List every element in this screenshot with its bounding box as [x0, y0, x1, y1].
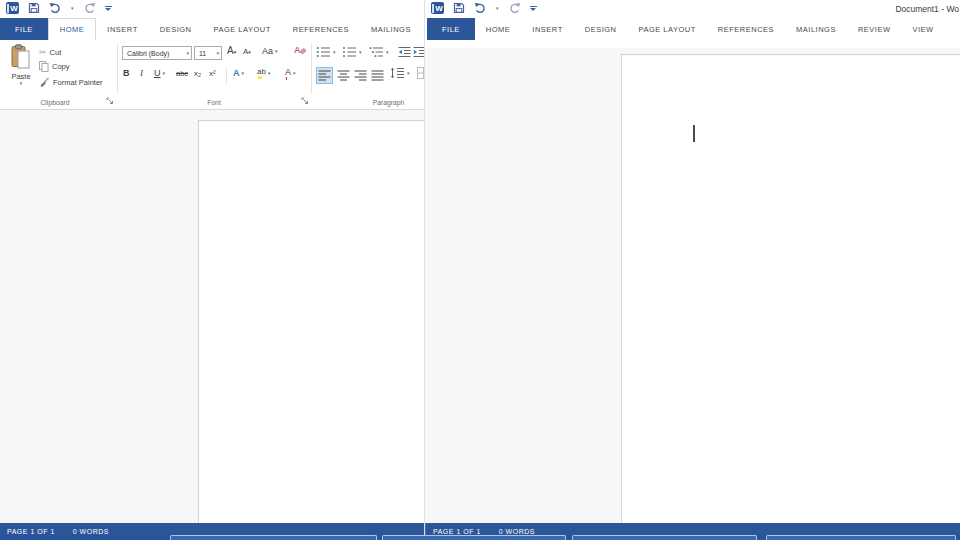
decrease-indent-icon — [398, 46, 411, 58]
ribbon-tabs: FILE HOME INSERT DESIGN PAGE LAYOUT REFE… — [427, 18, 960, 40]
font-group-label: Font — [117, 99, 311, 106]
bold-button[interactable]: B — [123, 68, 130, 78]
line-spacing-button[interactable]: ▾ — [390, 67, 410, 79]
tab-review[interactable]: REVIEW — [847, 18, 902, 40]
tab-file[interactable]: FILE — [0, 18, 48, 40]
tab-mailings[interactable]: MAILINGS — [360, 18, 422, 40]
font-dialog-launcher-icon[interactable] — [301, 97, 309, 105]
line-spacing-icon — [390, 67, 405, 79]
tab-home[interactable]: HOME — [48, 18, 97, 40]
windows-taskbar — [0, 535, 960, 540]
tab-references[interactable]: REFERENCES — [282, 18, 360, 40]
undo-icon[interactable] — [49, 2, 62, 14]
undo-dropdown-icon[interactable]: ▾ — [496, 6, 499, 11]
numbering-button[interactable]: ▾ — [342, 46, 362, 58]
undo-icon[interactable] — [474, 2, 487, 14]
customize-qat-icon[interactable] — [530, 6, 537, 11]
clipboard-dialog-launcher-icon[interactable] — [106, 97, 114, 105]
page-indicator[interactable]: PAGE 1 OF 1 — [7, 528, 55, 535]
word-count[interactable]: 0 WORDS — [73, 528, 109, 535]
multilevel-list-button[interactable]: ▾ — [369, 46, 389, 58]
redo-icon[interactable] — [508, 2, 521, 14]
tab-page-layout[interactable]: PAGE LAYOUT — [627, 18, 706, 40]
grow-font-button[interactable]: A▴ — [227, 45, 236, 56]
shading-icon — [417, 67, 424, 79]
desktop: W ▾ FILE HOME INSERT DESIGN PAGE LAYOUT … — [0, 0, 960, 540]
underline-button[interactable]: U ▾ — [154, 68, 165, 78]
decrease-indent-button[interactable] — [398, 46, 411, 58]
align-left-button[interactable] — [316, 67, 333, 84]
chevron-down-icon: ▾ — [359, 50, 362, 55]
font-size-combo[interactable]: 11 ▾ — [194, 46, 222, 60]
redo-icon[interactable] — [83, 2, 96, 14]
document-area[interactable] — [425, 48, 960, 523]
titlebar[interactable]: W ▾ Document1 - Wo — [425, 0, 960, 18]
word-app-icon[interactable]: W — [431, 2, 444, 14]
copy-button[interactable]: Copy — [39, 61, 70, 72]
document-page[interactable] — [621, 54, 960, 529]
taskbar-button[interactable] — [382, 535, 566, 540]
highlight-button[interactable]: ab ▾ — [257, 67, 270, 79]
tab-view[interactable]: VIEW — [902, 18, 945, 40]
highlight-icon: ab — [257, 67, 266, 79]
page-indicator[interactable]: PAGE 1 OF 1 — [433, 528, 481, 535]
save-icon[interactable] — [28, 2, 40, 14]
word-window-left: W ▾ FILE HOME INSERT DESIGN PAGE LAYOUT … — [0, 0, 424, 540]
subscript-button[interactable]: x₂ — [194, 69, 201, 78]
quick-access-toolbar: W ▾ — [6, 2, 112, 14]
document-page[interactable] — [198, 120, 424, 540]
tab-insert[interactable]: INSERT — [96, 18, 148, 40]
shrink-arrow-icon: ▾ — [248, 49, 251, 55]
tab-home[interactable]: HOME — [475, 18, 522, 40]
tab-page-layout[interactable]: PAGE LAYOUT — [202, 18, 281, 40]
copy-icon — [39, 61, 49, 72]
format-painter-button[interactable]: Format Painter — [39, 77, 103, 88]
numbering-icon — [342, 46, 357, 58]
document-area[interactable] — [0, 110, 424, 523]
justify-button[interactable] — [369, 67, 386, 84]
word-count[interactable]: 0 WORDS — [499, 528, 535, 535]
font-color-icon: A — [285, 67, 291, 80]
shading-button[interactable] — [417, 67, 424, 79]
align-center-icon — [337, 70, 350, 81]
tab-design[interactable]: DESIGN — [574, 18, 628, 40]
taskbar-button[interactable] — [170, 535, 377, 540]
justify-icon — [371, 70, 384, 81]
tab-file[interactable]: FILE — [427, 18, 475, 40]
chevron-down-icon: ▾ — [163, 71, 166, 76]
undo-dropdown-icon[interactable]: ▾ — [71, 6, 74, 11]
chevron-down-icon: ▾ — [268, 71, 271, 76]
paste-button[interactable]: Paste ▾ — [5, 44, 37, 100]
clipboard-group-label: Clipboard — [0, 99, 110, 106]
chevron-down-icon: ▾ — [213, 51, 219, 56]
shrink-font-button[interactable]: A▾ — [243, 47, 251, 56]
tab-mailings[interactable]: MAILINGS — [785, 18, 847, 40]
italic-button[interactable]: I — [140, 68, 143, 78]
font-color-button[interactable]: A ▾ — [285, 67, 296, 80]
superscript-button[interactable]: x² — [209, 69, 216, 78]
word-app-icon[interactable]: W — [6, 2, 19, 14]
bullets-icon — [316, 46, 331, 58]
bullets-button[interactable]: ▾ — [316, 46, 336, 58]
taskbar-button[interactable] — [572, 535, 757, 540]
cut-button[interactable]: ✂ Cut — [39, 47, 61, 57]
taskbar-button[interactable] — [766, 535, 956, 540]
font-name-combo[interactable]: Calibri (Body) ▾ — [122, 46, 192, 60]
change-case-button[interactable]: Aa ▾ — [262, 46, 278, 56]
clear-formatting-button[interactable]: A — [294, 45, 307, 55]
text-effects-button[interactable]: A ▾ — [233, 68, 244, 78]
tab-design[interactable]: DESIGN — [149, 18, 203, 40]
tab-insert[interactable]: INSERT — [521, 18, 573, 40]
chevron-down-icon: ▾ — [242, 71, 245, 76]
customize-qat-icon[interactable] — [105, 6, 112, 11]
align-right-button[interactable] — [352, 67, 369, 84]
format-painter-icon — [39, 77, 50, 88]
chevron-down-icon: ▾ — [275, 49, 278, 54]
increase-indent-button[interactable] — [413, 46, 424, 58]
save-icon[interactable] — [453, 2, 465, 14]
titlebar[interactable]: W ▾ — [0, 0, 424, 18]
align-center-button[interactable] — [335, 67, 352, 84]
strikethrough-button[interactable]: abc — [176, 69, 188, 78]
scissors-icon: ✂ — [39, 47, 47, 57]
tab-references[interactable]: REFERENCES — [707, 18, 785, 40]
